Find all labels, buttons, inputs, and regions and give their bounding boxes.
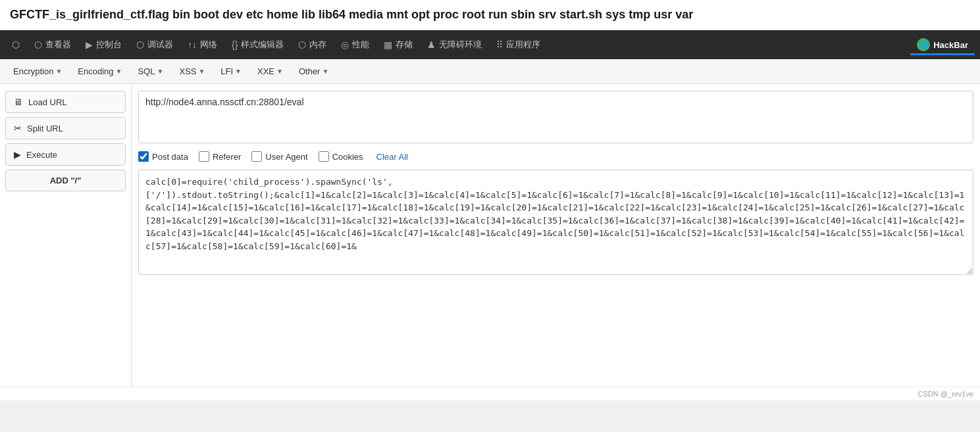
menu-item-sql[interactable]: SQL ▼: [131, 63, 170, 80]
right-panel: Post data Referer User Agent Cookies Cle…: [132, 84, 980, 387]
toolbar-item-accessibility-label: 无障碍环境: [439, 39, 482, 51]
referer-checkbox-label[interactable]: Referer: [199, 151, 241, 162]
footer-text: CSDN @_rev1ve: [917, 390, 973, 398]
toolbar-item-style-editor-label: 样式编辑器: [241, 39, 284, 51]
toolbar-item-console-label: 控制台: [96, 39, 122, 51]
post-data-checkbox-label[interactable]: Post data: [138, 151, 188, 162]
checkboxes-row: Post data Referer User Agent Cookies Cle…: [138, 149, 973, 164]
cookies-checkbox[interactable]: [319, 151, 329, 162]
hackbar-menu: Encryption ▼ Encoding ▼ SQL ▼ XSS ▼ LFI …: [0, 59, 980, 84]
load-url-button[interactable]: 🖥 Load URL: [5, 91, 126, 113]
footer: CSDN @_rev1ve: [0, 387, 980, 400]
post-data-label: Post data: [152, 152, 188, 162]
execute-button[interactable]: ▶ Execute: [5, 143, 126, 166]
encryption-arrow: ▼: [55, 68, 62, 75]
console-icon: ▶: [86, 39, 93, 50]
network-icon: ↑↓: [188, 39, 197, 50]
xxe-label: XXE: [257, 66, 274, 76]
debugger-icon: ⬡: [136, 39, 144, 50]
encryption-label: Encryption: [13, 66, 53, 76]
post-data-textarea[interactable]: [138, 170, 973, 275]
split-url-button[interactable]: ✂ Split URL: [5, 117, 126, 139]
toolbar-item-console[interactable]: ▶ 控制台: [79, 35, 128, 55]
toolbar-item-application-label: 应用程序: [506, 39, 540, 51]
cookies-checkbox-label[interactable]: Cookies: [319, 151, 363, 162]
cookies-label: Cookies: [332, 152, 363, 162]
accessibility-icon: ♟: [427, 39, 436, 50]
toolbar-item-debugger-label: 调试器: [147, 39, 173, 51]
lfi-label: LFI: [220, 66, 233, 76]
toolbar-item-network[interactable]: ↑↓ 网络: [181, 35, 224, 55]
toolbar-item-inspector[interactable]: ⬡: [5, 36, 26, 54]
menu-item-other[interactable]: Other ▼: [292, 63, 335, 80]
viewer-icon: ⬡: [34, 39, 42, 50]
xss-label: XSS: [179, 66, 196, 76]
user-agent-label: User Agent: [265, 152, 307, 162]
lfi-arrow: ▼: [235, 68, 242, 75]
referer-label: Referer: [213, 152, 241, 162]
toolbar-item-performance-label: 性能: [352, 39, 369, 51]
load-url-icon: 🖥: [14, 97, 23, 107]
encoding-arrow: ▼: [116, 68, 122, 75]
user-agent-checkbox-label[interactable]: User Agent: [251, 151, 307, 162]
toolbar-item-debugger[interactable]: ⬡ 调试器: [130, 35, 180, 55]
split-url-icon: ✂: [14, 123, 22, 133]
clear-all-button[interactable]: Clear All: [376, 152, 408, 162]
toolbar-item-accessibility[interactable]: ♟ 无障碍环境: [421, 35, 488, 55]
add-slash-button[interactable]: ADD "/": [5, 170, 126, 191]
memory-icon: ⬡: [298, 39, 306, 50]
inspector-icon: ⬡: [12, 39, 20, 50]
top-output-text: GFCTF_is_girlfriend_ctf.flag bin boot de…: [0, 0, 980, 30]
load-url-label: Load URL: [28, 97, 67, 107]
toolbar-item-storage-label: 存储: [396, 39, 413, 51]
url-input[interactable]: [138, 91, 973, 143]
menu-item-xss[interactable]: XSS ▼: [172, 63, 211, 80]
other-label: Other: [299, 66, 321, 76]
toolbar-item-hackbar-label: HackBar: [933, 40, 968, 50]
execute-icon: ▶: [14, 149, 21, 160]
toolbar-item-performance[interactable]: ◎ 性能: [334, 35, 376, 55]
xxe-arrow: ▼: [276, 68, 283, 75]
toolbar-item-memory[interactable]: ⬡ 内存: [292, 35, 333, 55]
encoding-label: Encoding: [78, 66, 113, 76]
application-icon: ⠿: [496, 39, 503, 50]
other-arrow: ▼: [322, 68, 328, 75]
main-content: 🖥 Load URL ✂ Split URL ▶ Execute ADD "/"…: [0, 84, 980, 387]
menu-item-encoding[interactable]: Encoding ▼: [71, 63, 128, 80]
xss-arrow: ▼: [198, 68, 205, 75]
user-agent-checkbox[interactable]: [251, 151, 262, 162]
sidebar: 🖥 Load URL ✂ Split URL ▶ Execute ADD "/": [0, 84, 132, 387]
split-url-label: Split URL: [27, 124, 63, 133]
menu-item-lfi[interactable]: LFI ▼: [214, 63, 248, 80]
storage-icon: ▦: [384, 39, 392, 50]
menu-item-xxe[interactable]: XXE ▼: [251, 63, 290, 80]
toolbar-item-storage[interactable]: ▦ 存储: [377, 35, 419, 55]
toolbar-item-viewer[interactable]: ⬡ 查看器: [28, 35, 78, 55]
toolbar-item-memory-label: 内存: [309, 39, 326, 51]
sql-label: SQL: [138, 66, 155, 76]
toolbar-item-network-label: 网络: [200, 39, 217, 51]
execute-label: Execute: [26, 150, 57, 160]
toolbar-item-hackbar[interactable]: 🌐 HackBar: [910, 34, 975, 55]
toolbar-item-style-editor[interactable]: {} 样式编辑器: [225, 35, 290, 55]
add-slash-label: ADD "/": [50, 176, 82, 185]
referer-checkbox[interactable]: [199, 151, 209, 162]
hackbar-icon: 🌐: [917, 38, 930, 51]
style-editor-icon: {}: [232, 39, 238, 50]
sql-arrow: ▼: [157, 68, 163, 75]
menu-item-encryption[interactable]: Encryption ▼: [7, 63, 68, 80]
toolbar-item-application[interactable]: ⠿ 应用程序: [490, 35, 547, 55]
browser-toolbar: ⬡ ⬡ 查看器 ▶ 控制台 ⬡ 调试器 ↑↓ 网络 {} 样式编辑器 ⬡ 内存 …: [0, 30, 980, 59]
toolbar-item-viewer-label: 查看器: [45, 39, 71, 51]
post-data-checkbox[interactable]: [138, 151, 149, 162]
performance-icon: ◎: [341, 39, 349, 50]
